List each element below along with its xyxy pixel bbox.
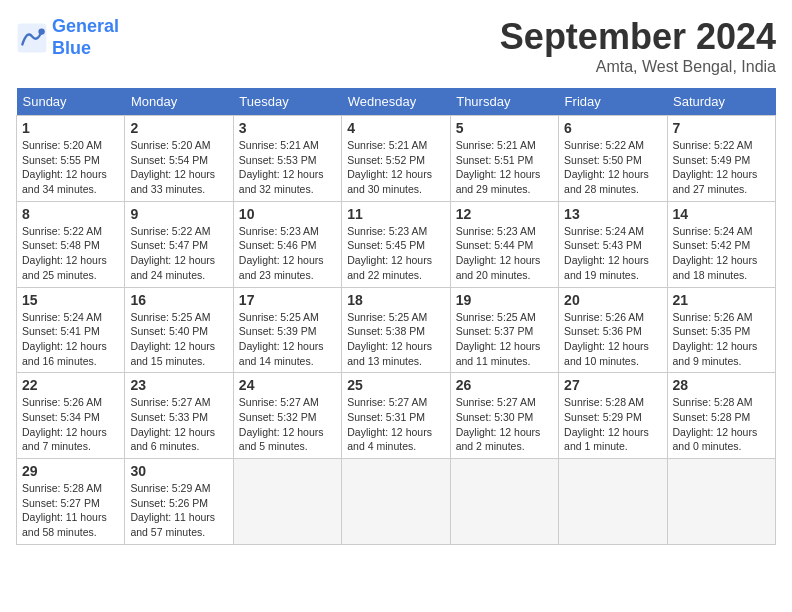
column-header-thursday: Thursday — [450, 88, 558, 116]
day-detail: Sunrise: 5:23 AM Sunset: 5:44 PM Dayligh… — [456, 224, 553, 283]
day-detail: Sunrise: 5:27 AM Sunset: 5:33 PM Dayligh… — [130, 395, 227, 454]
week-row-5: 29Sunrise: 5:28 AM Sunset: 5:27 PM Dayli… — [17, 459, 776, 545]
day-detail: Sunrise: 5:26 AM Sunset: 5:35 PM Dayligh… — [673, 310, 770, 369]
page-header: General Blue September 2024 Amta, West B… — [16, 16, 776, 76]
calendar-cell: 3Sunrise: 5:21 AM Sunset: 5:53 PM Daylig… — [233, 116, 341, 202]
day-detail: Sunrise: 5:29 AM Sunset: 5:26 PM Dayligh… — [130, 481, 227, 540]
calendar-cell: 1Sunrise: 5:20 AM Sunset: 5:55 PM Daylig… — [17, 116, 125, 202]
column-header-friday: Friday — [559, 88, 667, 116]
day-detail: Sunrise: 5:22 AM Sunset: 5:47 PM Dayligh… — [130, 224, 227, 283]
calendar-cell: 13Sunrise: 5:24 AM Sunset: 5:43 PM Dayli… — [559, 201, 667, 287]
title-block: September 2024 Amta, West Bengal, India — [500, 16, 776, 76]
column-header-tuesday: Tuesday — [233, 88, 341, 116]
calendar-cell: 15Sunrise: 5:24 AM Sunset: 5:41 PM Dayli… — [17, 287, 125, 373]
week-row-2: 8Sunrise: 5:22 AM Sunset: 5:48 PM Daylig… — [17, 201, 776, 287]
day-detail: Sunrise: 5:22 AM Sunset: 5:50 PM Dayligh… — [564, 138, 661, 197]
day-number: 9 — [130, 206, 227, 222]
day-number: 29 — [22, 463, 119, 479]
calendar-cell: 29Sunrise: 5:28 AM Sunset: 5:27 PM Dayli… — [17, 459, 125, 545]
day-detail: Sunrise: 5:23 AM Sunset: 5:46 PM Dayligh… — [239, 224, 336, 283]
day-number: 4 — [347, 120, 444, 136]
day-detail: Sunrise: 5:20 AM Sunset: 5:55 PM Dayligh… — [22, 138, 119, 197]
day-detail: Sunrise: 5:28 AM Sunset: 5:27 PM Dayligh… — [22, 481, 119, 540]
day-number: 13 — [564, 206, 661, 222]
logo-icon — [16, 22, 48, 54]
calendar-cell — [342, 459, 450, 545]
calendar-cell: 27Sunrise: 5:28 AM Sunset: 5:29 PM Dayli… — [559, 373, 667, 459]
day-detail: Sunrise: 5:24 AM Sunset: 5:41 PM Dayligh… — [22, 310, 119, 369]
day-number: 22 — [22, 377, 119, 393]
day-number: 11 — [347, 206, 444, 222]
day-number: 24 — [239, 377, 336, 393]
day-number: 17 — [239, 292, 336, 308]
day-number: 19 — [456, 292, 553, 308]
day-detail: Sunrise: 5:20 AM Sunset: 5:54 PM Dayligh… — [130, 138, 227, 197]
day-detail: Sunrise: 5:27 AM Sunset: 5:32 PM Dayligh… — [239, 395, 336, 454]
day-number: 10 — [239, 206, 336, 222]
day-number: 28 — [673, 377, 770, 393]
day-number: 21 — [673, 292, 770, 308]
day-number: 14 — [673, 206, 770, 222]
day-detail: Sunrise: 5:27 AM Sunset: 5:31 PM Dayligh… — [347, 395, 444, 454]
week-row-1: 1Sunrise: 5:20 AM Sunset: 5:55 PM Daylig… — [17, 116, 776, 202]
day-detail: Sunrise: 5:26 AM Sunset: 5:36 PM Dayligh… — [564, 310, 661, 369]
column-header-saturday: Saturday — [667, 88, 775, 116]
calendar-cell — [233, 459, 341, 545]
day-number: 30 — [130, 463, 227, 479]
day-detail: Sunrise: 5:21 AM Sunset: 5:51 PM Dayligh… — [456, 138, 553, 197]
calendar-cell: 23Sunrise: 5:27 AM Sunset: 5:33 PM Dayli… — [125, 373, 233, 459]
day-number: 8 — [22, 206, 119, 222]
calendar-cell: 24Sunrise: 5:27 AM Sunset: 5:32 PM Dayli… — [233, 373, 341, 459]
day-detail: Sunrise: 5:25 AM Sunset: 5:38 PM Dayligh… — [347, 310, 444, 369]
day-number: 27 — [564, 377, 661, 393]
calendar-cell: 18Sunrise: 5:25 AM Sunset: 5:38 PM Dayli… — [342, 287, 450, 373]
calendar-cell: 4Sunrise: 5:21 AM Sunset: 5:52 PM Daylig… — [342, 116, 450, 202]
calendar-cell — [450, 459, 558, 545]
calendar-cell: 10Sunrise: 5:23 AM Sunset: 5:46 PM Dayli… — [233, 201, 341, 287]
week-row-3: 15Sunrise: 5:24 AM Sunset: 5:41 PM Dayli… — [17, 287, 776, 373]
calendar-cell: 16Sunrise: 5:25 AM Sunset: 5:40 PM Dayli… — [125, 287, 233, 373]
day-number: 3 — [239, 120, 336, 136]
day-number: 5 — [456, 120, 553, 136]
column-header-monday: Monday — [125, 88, 233, 116]
calendar-cell: 21Sunrise: 5:26 AM Sunset: 5:35 PM Dayli… — [667, 287, 775, 373]
logo: General Blue — [16, 16, 119, 59]
calendar-cell: 22Sunrise: 5:26 AM Sunset: 5:34 PM Dayli… — [17, 373, 125, 459]
day-number: 1 — [22, 120, 119, 136]
day-detail: Sunrise: 5:25 AM Sunset: 5:39 PM Dayligh… — [239, 310, 336, 369]
day-detail: Sunrise: 5:22 AM Sunset: 5:49 PM Dayligh… — [673, 138, 770, 197]
day-number: 6 — [564, 120, 661, 136]
day-detail: Sunrise: 5:24 AM Sunset: 5:42 PM Dayligh… — [673, 224, 770, 283]
column-header-wednesday: Wednesday — [342, 88, 450, 116]
calendar-cell: 8Sunrise: 5:22 AM Sunset: 5:48 PM Daylig… — [17, 201, 125, 287]
day-number: 2 — [130, 120, 227, 136]
day-detail: Sunrise: 5:28 AM Sunset: 5:28 PM Dayligh… — [673, 395, 770, 454]
calendar-cell: 20Sunrise: 5:26 AM Sunset: 5:36 PM Dayli… — [559, 287, 667, 373]
calendar-cell: 19Sunrise: 5:25 AM Sunset: 5:37 PM Dayli… — [450, 287, 558, 373]
svg-point-1 — [38, 28, 44, 34]
day-detail: Sunrise: 5:28 AM Sunset: 5:29 PM Dayligh… — [564, 395, 661, 454]
calendar-cell: 9Sunrise: 5:22 AM Sunset: 5:47 PM Daylig… — [125, 201, 233, 287]
location: Amta, West Bengal, India — [500, 58, 776, 76]
day-detail: Sunrise: 5:23 AM Sunset: 5:45 PM Dayligh… — [347, 224, 444, 283]
calendar-cell — [559, 459, 667, 545]
day-detail: Sunrise: 5:27 AM Sunset: 5:30 PM Dayligh… — [456, 395, 553, 454]
day-detail: Sunrise: 5:25 AM Sunset: 5:40 PM Dayligh… — [130, 310, 227, 369]
calendar-cell: 25Sunrise: 5:27 AM Sunset: 5:31 PM Dayli… — [342, 373, 450, 459]
calendar-cell: 11Sunrise: 5:23 AM Sunset: 5:45 PM Dayli… — [342, 201, 450, 287]
calendar-cell: 17Sunrise: 5:25 AM Sunset: 5:39 PM Dayli… — [233, 287, 341, 373]
week-row-4: 22Sunrise: 5:26 AM Sunset: 5:34 PM Dayli… — [17, 373, 776, 459]
day-number: 18 — [347, 292, 444, 308]
day-number: 7 — [673, 120, 770, 136]
day-detail: Sunrise: 5:21 AM Sunset: 5:52 PM Dayligh… — [347, 138, 444, 197]
day-number: 12 — [456, 206, 553, 222]
column-header-sunday: Sunday — [17, 88, 125, 116]
calendar-cell: 12Sunrise: 5:23 AM Sunset: 5:44 PM Dayli… — [450, 201, 558, 287]
day-number: 15 — [22, 292, 119, 308]
day-detail: Sunrise: 5:21 AM Sunset: 5:53 PM Dayligh… — [239, 138, 336, 197]
day-number: 23 — [130, 377, 227, 393]
calendar-cell: 6Sunrise: 5:22 AM Sunset: 5:50 PM Daylig… — [559, 116, 667, 202]
calendar-cell: 28Sunrise: 5:28 AM Sunset: 5:28 PM Dayli… — [667, 373, 775, 459]
day-number: 20 — [564, 292, 661, 308]
calendar-table: SundayMondayTuesdayWednesdayThursdayFrid… — [16, 88, 776, 545]
